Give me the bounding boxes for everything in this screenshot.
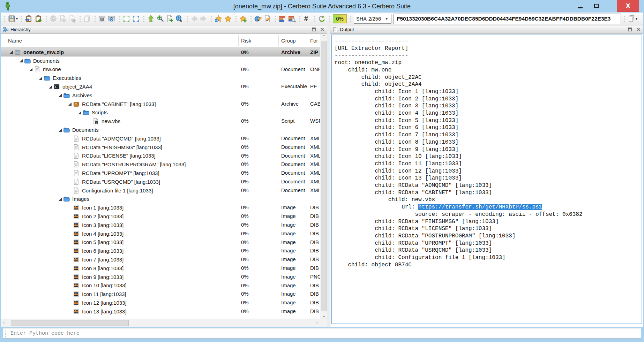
tree-row-icon-1-lang-1033[interactable]: Icon 1 [lang:1033] 0% Image DIB (1, 203, 327, 212)
zoom-add-button[interactable] (156, 14, 165, 23)
column-group[interactable]: Group (281, 34, 296, 48)
insert-tool-button[interactable] (146, 14, 156, 23)
copy-button[interactable] (82, 14, 92, 23)
horizontal-scrollbar-thumb[interactable] (11, 320, 129, 326)
float-panel-button[interactable] (311, 27, 316, 32)
tree-row-icon-10-lang-1033[interactable]: Icon 10 [lang:1033] 0% Image DIB (1, 281, 327, 290)
bookmark-button[interactable] (223, 14, 233, 23)
expander-triangle-icon[interactable] (38, 75, 44, 81)
column-name[interactable]: Name (8, 34, 22, 48)
tree-row-icon-8-lang-1033[interactable]: Icon 8 [lang:1033] 0% Image DIB (1, 264, 327, 273)
tree-row-rcdata-finishmsg-lang-1033[interactable]: RCData "FINISHMSG" [lang:1033] 0% Docume… (1, 143, 327, 152)
tree-row-object-2aa4[interactable]: object_2AA4 0% Executable PE (1, 82, 327, 91)
tree-item-label: Icon 12 [lang:1033] (82, 300, 127, 306)
recompute-hash-button[interactable] (317, 14, 327, 23)
copy-hash-button[interactable] (627, 14, 636, 23)
maximize-button[interactable] (588, 0, 604, 12)
bookmark-add-button[interactable] (238, 14, 248, 23)
close-panel-button[interactable] (635, 27, 641, 32)
hash-value-field[interactable] (394, 14, 621, 24)
expander-triangle-icon[interactable] (77, 110, 83, 115)
tree-row-rcdata-uprompt-lang-1033[interactable]: RCData "UPROMPT" [lang:1033] 0% Document… (1, 169, 327, 177)
page-add-button[interactable] (165, 14, 174, 23)
paste-analyze-button[interactable] (24, 14, 33, 23)
tree-row-icon-9-lang-1033[interactable]: Icon 9 [lang:1033] 0% Image PNG (1, 273, 327, 281)
format-cell: DIB (310, 221, 321, 229)
hex-globe-button[interactable]: x (174, 14, 184, 23)
tree-row-executables[interactable]: Executables (1, 74, 327, 82)
expander-triangle-icon[interactable] (48, 84, 53, 90)
tree-row-onenote-mw-zip[interactable]: onenote_mw.zip 0% Archive ZIP (1, 48, 327, 56)
tree-row-mw-one[interactable]: mw.one 0% Document ONE (1, 65, 327, 74)
tree-row-icon-2-lang-1033[interactable]: Icon 2 [lang:1033] 0% Image DIB (1, 212, 327, 221)
panel-splitter[interactable] (327, 25, 330, 327)
file-settings-button[interactable] (58, 14, 67, 23)
float-panel-button[interactable] (627, 27, 632, 32)
tree-row-documents[interactable]: Documents (1, 126, 327, 134)
save-layout-button[interactable] (97, 14, 107, 23)
select-region-blue-button[interactable] (131, 14, 141, 23)
output-text-area[interactable]: ----------------------[URL Extractor Rep… (331, 35, 642, 324)
chevron-down-icon[interactable]: ▾ (16, 17, 18, 21)
expander-triangle-icon[interactable] (58, 92, 63, 98)
tree-vertical-scrollbar[interactable]: ⌃ ⌄ (320, 34, 327, 319)
close-panel-button[interactable] (319, 27, 325, 32)
settings-button[interactable] (48, 14, 58, 23)
image-icon (73, 299, 80, 306)
main-toolbar: ▾x# 0% SHA-2/256 ▼ ▾ (1, 13, 643, 25)
tree-row-images[interactable]: Images (1, 195, 327, 204)
extracted-url-highlight[interactable]: https://transfer.sh/get/MHXbtP/ss.ps1 (418, 204, 542, 210)
tree-row-rcdata-usrqcmd-lang-1033[interactable]: RCData "USRQCMD" [lang:1033] 0% Document… (1, 177, 327, 186)
tree-row-configuration-file-1-lang-1033[interactable]: Configuration file 1 [lang:1033] 0% Docu… (1, 186, 327, 195)
expander-triangle-icon[interactable] (67, 101, 73, 107)
tree-row-icon-4-lang-1033[interactable]: Icon 4 [lang:1033] 0% Image DIB (1, 229, 327, 238)
save-button[interactable] (7, 14, 16, 23)
output-line: child: Icon 12 [lang:1033] (335, 168, 642, 175)
tree-row-icon-7-lang-1033[interactable]: Icon 7 [lang:1033] 0% Image DIB (1, 255, 327, 264)
edit-global-button[interactable] (253, 14, 263, 23)
scroll-left-arrow-icon[interactable]: ‹ (3, 320, 5, 325)
tree-row-icon-12-lang-1033[interactable]: Icon 12 [lang:1033] 0% Image DIB (1, 298, 327, 307)
minimize-button[interactable] (572, 0, 588, 12)
statistics-button[interactable] (278, 14, 287, 23)
tree-row-new-vbs[interactable]: new.vbs 0% Script WSF (1, 117, 327, 126)
python-console-input[interactable] (6, 329, 641, 338)
bookmark-global-button[interactable] (214, 14, 223, 23)
hash-symbol-button[interactable]: # (302, 14, 312, 23)
tree-row-icon-11-lang-1033[interactable]: Icon 11 [lang:1033] 0% Image DIB (1, 290, 327, 298)
tree-row-rcdata-postrunprogram-lang-1033[interactable]: RCData "POSTRUNPROGRAM" [lang:1033] 0% D… (1, 160, 327, 169)
tree-row-rcdata-license-lang-1033[interactable]: RCData "LICENSE" [lang:1033] 0% Document… (1, 152, 327, 160)
forward-button[interactable] (199, 14, 208, 23)
expander-triangle-icon[interactable] (18, 58, 24, 63)
tree-row-scripts[interactable]: Scripts (1, 108, 327, 117)
column-format[interactable]: For (310, 34, 318, 48)
vertical-scrollbar-thumb[interactable] (321, 41, 327, 311)
expander-triangle-icon[interactable] (28, 67, 34, 72)
column-risk[interactable]: Risk (241, 34, 251, 48)
expander-triangle-icon[interactable] (58, 196, 63, 202)
expander-triangle-icon[interactable] (58, 127, 63, 133)
tree-row-icon-5-lang-1033[interactable]: Icon 5 [lang:1033] 0% Image DIB (1, 238, 327, 247)
tree-row-icon-6-lang-1033[interactable]: Icon 6 [lang:1033] 0% Image DIB (1, 246, 327, 255)
tree-row-icon-13-lang-1033[interactable]: Icon 13 [lang:1033] 0% Image DIB (1, 307, 327, 316)
expander-triangle-icon[interactable] (9, 49, 14, 55)
scroll-up-arrow-icon[interactable]: ⌃ (320, 35, 328, 39)
tree-horizontal-scrollbar[interactable]: ‹ › (1, 319, 327, 327)
scroll-right-arrow-icon[interactable]: › (316, 320, 318, 325)
tree-row-rcdata-cabinet-lang-1033[interactable]: RCData "CABINET" [lang:1033] 0% Archive … (1, 100, 327, 108)
tree-row-archives[interactable]: Archives (1, 91, 327, 100)
tree-row-rcdata-admqcmd-lang-1033[interactable]: RCData "ADMQCMD" [lang:1033] 0% Document… (1, 134, 327, 143)
statistics-inspect-button[interactable] (287, 14, 297, 23)
back-button[interactable] (189, 14, 199, 23)
chevron-down-icon[interactable]: ▾ (636, 17, 637, 21)
file-add-settings-button[interactable] (67, 14, 77, 23)
select-region-green-button[interactable] (122, 14, 131, 23)
tree-row-documents[interactable]: Documents (1, 56, 327, 65)
paste-add-button[interactable] (33, 14, 43, 23)
hash-algorithm-select[interactable]: SHA-2/256 ▼ (354, 14, 391, 24)
sync-view-button[interactable] (107, 14, 116, 23)
scroll-down-arrow-icon[interactable]: ⌄ (320, 313, 328, 318)
notes-button[interactable] (263, 14, 272, 23)
tree-row-icon-3-lang-1033[interactable]: Icon 3 [lang:1033] 0% Image DIB (1, 221, 327, 229)
close-button[interactable]: X (617, 0, 639, 12)
